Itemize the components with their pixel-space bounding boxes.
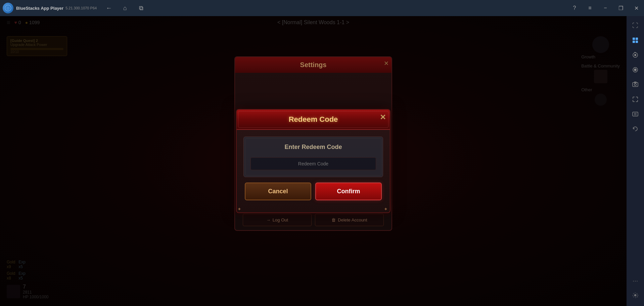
svg-rect-12 bbox=[633, 112, 638, 116]
close-button[interactable]: ✕ bbox=[629, 0, 644, 16]
redeem-header: Redeem Code ✕ bbox=[237, 110, 390, 130]
window-controls: ? ≡ − ❐ ✕ bbox=[567, 0, 644, 16]
redeem-body: Enter Redeem Code Cancel Confirm bbox=[237, 130, 390, 212]
menu-button[interactable]: ≡ bbox=[582, 0, 598, 16]
refresh-icon[interactable] bbox=[629, 122, 642, 136]
redeem-title: Redeem Code bbox=[243, 115, 383, 124]
right-sidebar: ⛶ bbox=[627, 16, 644, 306]
redeem-input-area: Enter Redeem Code bbox=[243, 137, 383, 177]
minimize-button[interactable]: − bbox=[598, 0, 613, 16]
help-button[interactable]: ? bbox=[567, 0, 582, 16]
corner-decoration-br: ✦ bbox=[384, 206, 389, 212]
svg-point-10 bbox=[634, 84, 636, 86]
titlebar: BlueStacks App Player 5.21.300.1070 P64 … bbox=[0, 0, 644, 16]
resize-icon[interactable] bbox=[629, 93, 642, 106]
app-version: 5.21.300.1070 P64 bbox=[65, 6, 97, 10]
redeem-placeholder: Enter Redeem Code bbox=[250, 144, 376, 151]
redeem-close-button[interactable]: ✕ bbox=[380, 113, 386, 122]
svg-point-6 bbox=[634, 54, 636, 56]
back-button[interactable]: ← bbox=[103, 3, 114, 13]
redeem-overlay: ✦ ✦ ✦ ✦ Redeem Code ✕ Enter Redeem Code … bbox=[0, 16, 627, 306]
cancel-button[interactable]: Cancel bbox=[245, 183, 311, 200]
settings-icon[interactable] bbox=[629, 289, 642, 302]
copy-button[interactable]: ⧉ bbox=[136, 3, 146, 13]
redeem-code-input[interactable] bbox=[250, 157, 376, 170]
home-button[interactable]: ⌂ bbox=[120, 3, 130, 13]
titlebar-nav: ← ⌂ ⧉ bbox=[103, 3, 146, 13]
svg-rect-2 bbox=[636, 38, 638, 40]
record-icon[interactable] bbox=[629, 63, 642, 76]
expand-icon[interactable]: ⛶ bbox=[629, 19, 642, 32]
layout-icon[interactable] bbox=[629, 34, 642, 47]
svg-point-8 bbox=[634, 69, 636, 71]
redeem-modal: ✦ ✦ ✦ ✦ Redeem Code ✕ Enter Redeem Code … bbox=[236, 109, 390, 213]
app-name: BlueStacks App Player bbox=[16, 6, 63, 11]
screenshot2-icon[interactable] bbox=[629, 107, 642, 121]
redeem-buttons: Cancel Confirm bbox=[243, 183, 383, 206]
corner-decoration-bl: ✦ bbox=[237, 206, 243, 212]
confirm-button[interactable]: Confirm bbox=[315, 183, 382, 200]
game-area: ≡ ♥ 0 ● 1099 < [Normal] Silent Woods 1-1… bbox=[0, 16, 627, 306]
svg-rect-9 bbox=[633, 83, 638, 87]
sidebar-more-icon[interactable]: ··· bbox=[633, 277, 638, 285]
screenshot-icon[interactable] bbox=[629, 78, 642, 91]
svg-rect-4 bbox=[636, 41, 638, 43]
app-logo bbox=[3, 3, 13, 13]
svg-rect-1 bbox=[633, 38, 635, 40]
restore-button[interactable]: ❐ bbox=[613, 0, 629, 16]
camera-rotate-icon[interactable] bbox=[629, 48, 642, 62]
svg-rect-3 bbox=[633, 41, 635, 43]
